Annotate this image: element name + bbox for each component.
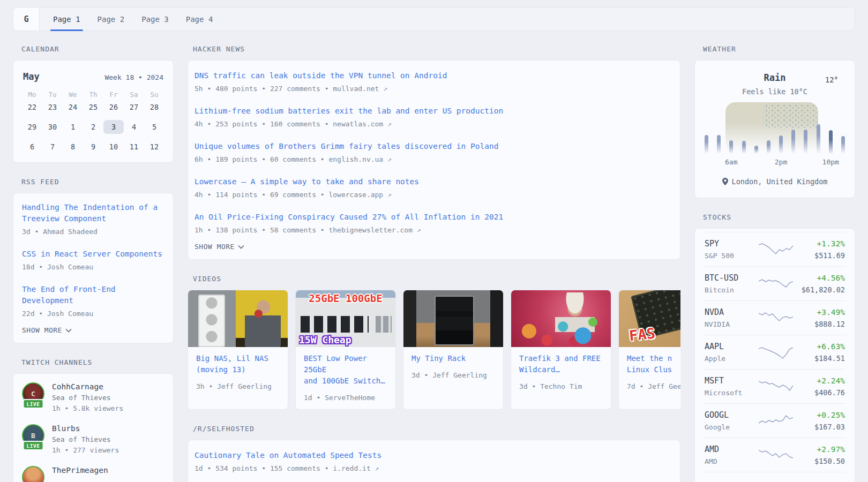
twitch-channel-name[interactable]: ThePrimeagen bbox=[52, 466, 108, 475]
left-column: CALENDAR May Week 18 • 2024 MoTuWeThFrSa… bbox=[13, 45, 174, 482]
twitch-section-label: TWITCH CHANNELS bbox=[21, 358, 174, 366]
stock-row: AAPL Apple +6.63% $184.51 bbox=[704, 335, 846, 369]
stock-change: +4.56% bbox=[796, 274, 845, 282]
weather-bar bbox=[754, 146, 758, 154]
calendar-grid: MoTuWeThFrSaSu bbox=[22, 91, 164, 100]
calendar-day: 26 bbox=[103, 100, 124, 114]
stock-name: Apple bbox=[705, 355, 756, 363]
twitch-channel-item[interactable]: B LIVE Blurbs Sea of Thieves 1h • 277 vi… bbox=[22, 424, 164, 454]
calendar-day: 27 bbox=[124, 100, 144, 114]
twitch-channel-item[interactable]: C LIVE CohhCarnage Sea of Thieves 1h • 5… bbox=[22, 382, 164, 412]
twitch-channel-name[interactable]: CohhCarnage bbox=[52, 382, 123, 391]
video-title[interactable]: Traefik 3 and FREE Wildcard… bbox=[519, 354, 601, 374]
twitch-game[interactable]: Sea of Thieves bbox=[52, 394, 123, 402]
hackernews-item-meta: 6h • 189 points • 60 comments • english.… bbox=[194, 155, 674, 163]
video-thumbnail: LIL NAS bbox=[188, 290, 288, 347]
hackernews-section-label: HACKER NEWS bbox=[193, 45, 680, 53]
twitch-viewers: 1h • 5.8k viewers bbox=[52, 404, 123, 412]
reddit-item-title[interactable]: Cautionary Tale on Automated Speed Tests bbox=[194, 450, 674, 461]
stock-price: $888.12 bbox=[796, 320, 845, 328]
stock-change: +1.32% bbox=[796, 239, 845, 248]
stock-price: $406.76 bbox=[796, 388, 845, 397]
calendar-weekday: Fr bbox=[103, 91, 124, 99]
stock-sparkline bbox=[756, 379, 796, 394]
twitch-channel-name[interactable]: Blurbs bbox=[52, 424, 119, 433]
calendar-day: 10 bbox=[103, 140, 124, 154]
hackernews-show-more-button[interactable]: SHOW MORE bbox=[194, 242, 244, 251]
twitch-avatar-wrap: C LIVE bbox=[22, 382, 44, 405]
twitch-game[interactable]: Sea of Thieves bbox=[52, 435, 119, 443]
stock-sparkline bbox=[756, 448, 796, 463]
calendar-day: 8 bbox=[63, 140, 83, 154]
video-title[interactable]: BEST Low Power 25GbE and 100GbE Switch… bbox=[304, 354, 385, 385]
weather-time-label: 10pm bbox=[822, 158, 839, 166]
hackernews-item-title[interactable]: Lowercase – A simple way to take and sha… bbox=[194, 176, 674, 187]
hackernews-item-title[interactable]: Lithium-free sodium batteries exit the l… bbox=[194, 106, 674, 117]
weather-bar bbox=[791, 130, 795, 154]
page-tab[interactable]: Page 4 bbox=[183, 7, 216, 31]
calendar-weekday: We bbox=[63, 91, 83, 99]
stock-symbol: SPY bbox=[705, 239, 756, 248]
video-title[interactable]: Big NAS, Lil NAS (moving 13) bbox=[196, 354, 268, 374]
app-logo[interactable]: G bbox=[13, 7, 40, 31]
rss-item-title[interactable]: The End of Front-End Development bbox=[22, 284, 164, 306]
hackernews-item-title[interactable]: An Oil Price-Fixing Conspiracy Caused 27… bbox=[194, 212, 674, 223]
weather-chart: 12° bbox=[705, 110, 845, 154]
video-card[interactable]: My Tiny Rack 3d • Jeff Geerling bbox=[403, 290, 504, 410]
stock-row: RDDT -1.59% bbox=[704, 472, 846, 482]
video-meta: 3d • Jeff Geerling bbox=[411, 371, 495, 379]
calendar-weekday: Sa bbox=[124, 91, 144, 99]
external-link-icon: ↗ bbox=[387, 155, 392, 163]
stock-symbol: GOOGL bbox=[705, 410, 756, 420]
calendar-weekday: Tu bbox=[42, 91, 63, 99]
twitch-channel-item[interactable]: LIVE ThePrimeagen bbox=[22, 466, 164, 482]
calendar-days: 222324252627282930123456789101112 bbox=[22, 100, 164, 154]
selfhosted-widget: Cautionary Tale on Automated Speed Tests… bbox=[188, 440, 680, 482]
external-link-icon: ↗ bbox=[387, 120, 392, 128]
weather-section-label: WEATHER bbox=[703, 45, 855, 53]
calendar-day: 3 bbox=[103, 120, 124, 134]
page-tab[interactable]: Page 3 bbox=[139, 7, 171, 31]
stock-row: AMD AMD +2.97% $150.50 bbox=[704, 438, 846, 472]
calendar-widget: May Week 18 • 2024 MoTuWeThFrSaSu 222324… bbox=[13, 60, 174, 163]
rss-item-title[interactable]: CSS in React Server Components bbox=[22, 248, 164, 260]
stock-row: NVDA NVIDIA +3.49% $888.12 bbox=[704, 300, 846, 335]
rss-item-meta: 3d • Ahmad Shadeed bbox=[22, 228, 164, 236]
right-column: WEATHER Rain Feels like 10°C 12° 6am2pm1… bbox=[694, 45, 855, 482]
weather-bar bbox=[779, 135, 783, 154]
external-link-icon: ↗ bbox=[417, 226, 421, 234]
rss-item-title[interactable]: Handling The Indentation of a Treeview C… bbox=[22, 202, 164, 224]
weather-bar bbox=[817, 124, 820, 154]
calendar-day: 23 bbox=[42, 100, 63, 114]
page-tabs: Page 1Page 2Page 3Page 4 bbox=[50, 7, 215, 31]
video-card[interactable]: 25GbE 100GbE 15W Cheap BEST Low Power 25… bbox=[295, 290, 396, 410]
rss-widget: Handling The Indentation of a Treeview C… bbox=[13, 193, 174, 343]
video-card[interactable]: FAS Meet the n Linux Clus 7d • Jeff Geer… bbox=[618, 290, 680, 410]
page-tab[interactable]: Page 2 bbox=[95, 7, 128, 31]
hackernews-item-title[interactable]: DNS traffic can leak outside the VPN tun… bbox=[194, 70, 674, 81]
stock-row: MSFT Microsoft +2.24% $406.76 bbox=[704, 369, 846, 403]
weather-bar bbox=[729, 140, 733, 154]
stocks-section-label: STOCKS bbox=[703, 213, 855, 221]
live-badge: LIVE bbox=[23, 399, 44, 409]
stock-price: $511.69 bbox=[796, 251, 845, 260]
weather-bar bbox=[841, 136, 845, 154]
calendar-day: 9 bbox=[83, 140, 103, 154]
video-card[interactable]: LIL NAS Big NAS, Lil NAS (moving 13) 3h … bbox=[188, 290, 288, 410]
calendar-month: May bbox=[23, 71, 40, 82]
rss-show-more-button[interactable]: SHOW MORE bbox=[22, 325, 72, 334]
calendar-weekday: Su bbox=[144, 91, 164, 99]
video-card[interactable]: Traefik 3 and FREE Wildcard… 3d • Techno… bbox=[511, 290, 611, 410]
rss-item: CSS in React Server Components 18d • Jos… bbox=[22, 248, 164, 271]
calendar-day: 4 bbox=[124, 120, 144, 134]
hackernews-item-title[interactable]: Unique volumes of Brothers Grimm fairy t… bbox=[194, 141, 674, 152]
calendar-day: 22 bbox=[22, 100, 42, 114]
weather-location: London, United Kingdom bbox=[704, 177, 846, 186]
video-title[interactable]: Meet the n Linux Clus bbox=[627, 354, 672, 374]
page-tab[interactable]: Page 1 bbox=[50, 7, 83, 31]
video-title[interactable]: My Tiny Rack bbox=[411, 354, 466, 363]
stock-change: +2.24% bbox=[796, 376, 845, 385]
thumbnail-overlay-text: LIL NAS bbox=[236, 338, 288, 347]
stock-change: +2.97% bbox=[796, 445, 845, 454]
stock-name: Bitcoin bbox=[705, 286, 756, 294]
